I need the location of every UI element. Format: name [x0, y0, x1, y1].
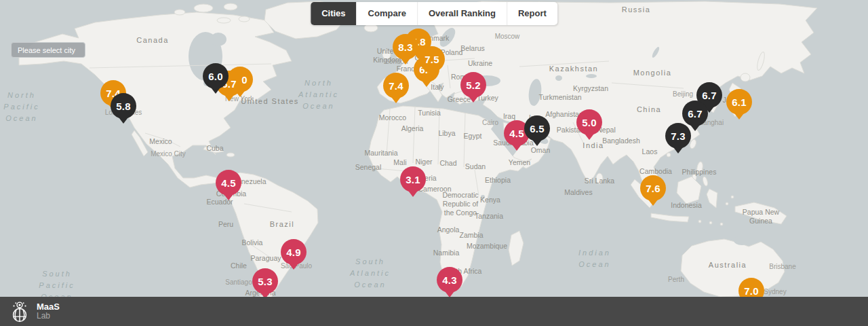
marker-score: 7.4 [389, 80, 403, 92]
city-marker[interactable]: 5.0 [576, 109, 602, 135]
tab-report[interactable]: Report [507, 2, 557, 25]
city-marker[interactable]: 7.3 [665, 123, 691, 149]
marker-score: 5.3 [258, 276, 272, 287]
city-marker[interactable]: 4.5 [216, 170, 241, 196]
marker-score: 7.5 [425, 54, 439, 65]
city-marker[interactable]: 4.9 [281, 239, 307, 265]
marker-score: 5.2 [466, 79, 480, 91]
marker-score: 6.1 [732, 96, 746, 108]
footer-bar: MaaS Lab [0, 297, 868, 326]
city-marker[interactable]: 5.8 [111, 93, 136, 119]
marker-score: 6.0 [208, 71, 222, 82]
marker-score: 5.8 [116, 101, 130, 112]
brand-bottom: Lab [37, 312, 60, 321]
tab-overall-ranking[interactable]: Overall Ranking [417, 2, 507, 25]
city-marker[interactable]: 5.3 [252, 268, 278, 294]
marker-score: 7.6 [646, 183, 660, 194]
marker-score: 6.5 [530, 123, 544, 134]
marker-score: 7.0 [744, 285, 758, 297]
marker-score: 6.7 [688, 108, 702, 120]
marker-score: 5.0 [582, 117, 596, 128]
marker-score: 4.9 [286, 247, 300, 258]
city-marker[interactable]: 5.2 [460, 72, 486, 98]
marker-score: 6.7 [702, 90, 716, 101]
city-marker[interactable]: 6.7 [682, 101, 708, 126]
city-marker[interactable]: 7.4 [383, 73, 409, 98]
world-map[interactable]: North Pacific OceanNorth Atlantic OceanS… [0, 0, 868, 326]
marker-score: 4.5 [509, 128, 524, 139]
marker-score: 4.3 [442, 274, 456, 286]
marker-score: 8.3 [398, 41, 412, 53]
maas-dashboard: North Pacific OceanNorth Atlantic OceanS… [0, 0, 868, 326]
tab-cities[interactable]: Cities [311, 2, 356, 25]
marker-score: 7.3 [671, 130, 685, 142]
city-marker[interactable]: 4.3 [437, 267, 462, 293]
city-marker[interactable]: 7.5 [419, 46, 445, 72]
nav-tabs: CitiesCompareOverall RankingReport [311, 2, 557, 25]
maas-lab-logo-icon [8, 300, 31, 323]
city-marker[interactable]: 3.1 [400, 166, 426, 192]
marker-score: 3.1 [406, 174, 420, 185]
marker-score: 4.5 [221, 177, 235, 189]
tab-compare[interactable]: Compare [357, 2, 417, 25]
city-marker[interactable]: 8.3 [393, 34, 418, 60]
maas-lab-logo-text: MaaS Lab [37, 302, 60, 321]
city-marker[interactable]: 6.5 [524, 115, 550, 141]
city-marker[interactable]: 7.6 [640, 175, 666, 201]
city-select[interactable]: Please select city [11, 42, 85, 58]
city-marker[interactable]: 6.1 [726, 89, 752, 115]
brand-top: MaaS [37, 302, 60, 312]
city-marker[interactable]: 6.0 [203, 63, 229, 89]
